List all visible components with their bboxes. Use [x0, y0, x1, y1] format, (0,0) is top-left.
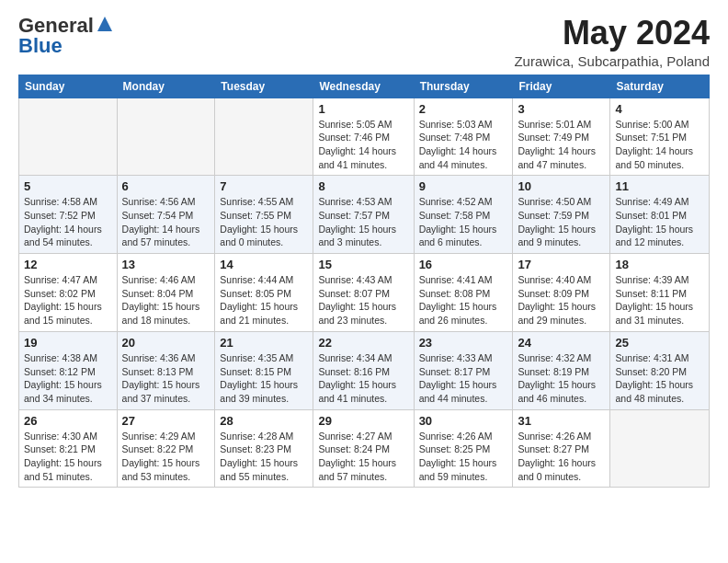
- header-sunday: Sunday: [19, 75, 118, 98]
- cell-info-text: Sunrise: 5:05 AM Sunset: 7:46 PM Dayligh…: [318, 118, 408, 172]
- cell-info-text: Sunrise: 4:26 AM Sunset: 8:25 PM Dayligh…: [419, 430, 508, 484]
- cell-day-number: 8: [318, 179, 408, 193]
- header-monday: Monday: [117, 75, 215, 98]
- cell-info-text: Sunrise: 5:01 AM Sunset: 7:49 PM Dayligh…: [518, 118, 605, 172]
- cell-day-number: 18: [615, 258, 704, 271]
- calendar-table: Sunday Monday Tuesday Wednesday Thursday…: [18, 75, 710, 488]
- header-wednesday: Wednesday: [313, 75, 414, 98]
- cell-info-text: Sunrise: 4:52 AM Sunset: 7:58 PM Dayligh…: [419, 195, 508, 249]
- cell-day-number: 2: [419, 102, 508, 116]
- calendar-cell: 9Sunrise: 4:52 AM Sunset: 7:58 PM Daylig…: [414, 176, 513, 254]
- calendar-cell: [117, 98, 215, 176]
- calendar-cell: [215, 98, 313, 176]
- calendar-cell: 18Sunrise: 4:39 AM Sunset: 8:11 PM Dayli…: [610, 254, 710, 332]
- calendar-cell: 26Sunrise: 4:30 AM Sunset: 8:21 PM Dayli…: [19, 409, 118, 488]
- cell-info-text: Sunrise: 4:30 AM Sunset: 8:21 PM Dayligh…: [24, 430, 112, 484]
- cell-info-text: Sunrise: 4:28 AM Sunset: 8:23 PM Dayligh…: [220, 430, 308, 484]
- cell-day-number: 13: [122, 258, 210, 271]
- cell-day-number: 29: [318, 414, 408, 428]
- cell-info-text: Sunrise: 4:31 AM Sunset: 8:20 PM Dayligh…: [615, 351, 704, 406]
- calendar-cell: 14Sunrise: 4:44 AM Sunset: 8:05 PM Dayli…: [215, 254, 313, 332]
- cell-info-text: Sunrise: 4:36 AM Sunset: 8:13 PM Dayligh…: [122, 351, 210, 406]
- title-month: May 2024: [514, 15, 710, 52]
- cell-info-text: Sunrise: 4:41 AM Sunset: 8:08 PM Dayligh…: [419, 273, 508, 327]
- calendar-header-row: Sunday Monday Tuesday Wednesday Thursday…: [19, 75, 710, 98]
- calendar-cell: 8Sunrise: 4:53 AM Sunset: 7:57 PM Daylig…: [313, 176, 414, 254]
- svg-marker-0: [97, 17, 112, 31]
- calendar-cell: 10Sunrise: 4:50 AM Sunset: 7:59 PM Dayli…: [513, 176, 610, 254]
- cell-info-text: Sunrise: 4:58 AM Sunset: 7:52 PM Dayligh…: [24, 195, 112, 249]
- logo: General Blue: [18, 15, 114, 57]
- calendar-cell: 21Sunrise: 4:35 AM Sunset: 8:15 PM Dayli…: [215, 331, 313, 409]
- cell-day-number: 26: [24, 414, 112, 428]
- cell-day-number: 15: [318, 258, 408, 271]
- cell-day-number: 24: [518, 336, 605, 350]
- cell-info-text: Sunrise: 4:47 AM Sunset: 8:02 PM Dayligh…: [24, 273, 112, 327]
- calendar-cell: [610, 409, 710, 488]
- cell-day-number: 30: [419, 414, 508, 428]
- cell-day-number: 9: [419, 179, 508, 193]
- cell-day-number: 14: [220, 258, 308, 271]
- cell-day-number: 22: [318, 336, 408, 350]
- calendar-cell: 11Sunrise: 4:49 AM Sunset: 8:01 PM Dayli…: [610, 176, 710, 254]
- calendar-cell: 7Sunrise: 4:55 AM Sunset: 7:55 PM Daylig…: [215, 176, 313, 254]
- calendar-week-3: 12Sunrise: 4:47 AM Sunset: 8:02 PM Dayli…: [19, 254, 710, 332]
- cell-info-text: Sunrise: 4:29 AM Sunset: 8:22 PM Dayligh…: [122, 430, 210, 484]
- calendar-cell: 1Sunrise: 5:05 AM Sunset: 7:46 PM Daylig…: [313, 98, 414, 176]
- cell-info-text: Sunrise: 4:43 AM Sunset: 8:07 PM Dayligh…: [318, 273, 408, 327]
- cell-day-number: 31: [518, 414, 605, 428]
- calendar-cell: 25Sunrise: 4:31 AM Sunset: 8:20 PM Dayli…: [610, 331, 710, 409]
- title-location: Zurawica, Subcarpathia, Poland: [514, 53, 710, 69]
- cell-day-number: 10: [518, 179, 605, 193]
- calendar-cell: 31Sunrise: 4:26 AM Sunset: 8:27 PM Dayli…: [513, 409, 610, 488]
- cell-info-text: Sunrise: 4:34 AM Sunset: 8:16 PM Dayligh…: [318, 351, 408, 406]
- calendar-cell: 4Sunrise: 5:00 AM Sunset: 7:51 PM Daylig…: [610, 98, 710, 176]
- cell-day-number: 12: [24, 258, 112, 271]
- calendar-cell: 5Sunrise: 4:58 AM Sunset: 7:52 PM Daylig…: [19, 176, 118, 254]
- cell-day-number: 16: [419, 258, 508, 271]
- cell-day-number: 23: [419, 336, 508, 350]
- cell-day-number: 20: [122, 336, 210, 350]
- header-tuesday: Tuesday: [215, 75, 313, 98]
- calendar-cell: 24Sunrise: 4:32 AM Sunset: 8:19 PM Dayli…: [513, 331, 610, 409]
- calendar-cell: [19, 98, 118, 176]
- cell-info-text: Sunrise: 4:35 AM Sunset: 8:15 PM Dayligh…: [220, 351, 308, 406]
- cell-info-text: Sunrise: 4:44 AM Sunset: 8:05 PM Dayligh…: [220, 273, 308, 327]
- calendar-cell: 30Sunrise: 4:26 AM Sunset: 8:25 PM Dayli…: [414, 409, 513, 488]
- calendar-cell: 6Sunrise: 4:56 AM Sunset: 7:54 PM Daylig…: [117, 176, 215, 254]
- cell-day-number: 5: [24, 179, 112, 193]
- cell-day-number: 11: [615, 179, 704, 193]
- cell-day-number: 25: [615, 336, 704, 350]
- calendar-cell: 22Sunrise: 4:34 AM Sunset: 8:16 PM Dayli…: [313, 331, 414, 409]
- calendar-cell: 27Sunrise: 4:29 AM Sunset: 8:22 PM Dayli…: [117, 409, 215, 488]
- calendar-cell: 23Sunrise: 4:33 AM Sunset: 8:17 PM Dayli…: [414, 331, 513, 409]
- calendar-cell: 3Sunrise: 5:01 AM Sunset: 7:49 PM Daylig…: [513, 98, 610, 176]
- cell-day-number: 4: [615, 102, 704, 116]
- page: General Blue May 2024 Zurawica, Subcarpa…: [0, 0, 728, 502]
- cell-info-text: Sunrise: 5:00 AM Sunset: 7:51 PM Dayligh…: [615, 118, 704, 172]
- cell-info-text: Sunrise: 4:39 AM Sunset: 8:11 PM Dayligh…: [615, 273, 704, 327]
- logo-icon: [96, 15, 114, 33]
- calendar-cell: 12Sunrise: 4:47 AM Sunset: 8:02 PM Dayli…: [19, 254, 118, 332]
- calendar-cell: 17Sunrise: 4:40 AM Sunset: 8:09 PM Dayli…: [513, 254, 610, 332]
- header-thursday: Thursday: [414, 75, 513, 98]
- calendar-cell: 28Sunrise: 4:28 AM Sunset: 8:23 PM Dayli…: [215, 409, 313, 488]
- cell-day-number: 19: [24, 336, 112, 350]
- calendar-cell: 16Sunrise: 4:41 AM Sunset: 8:08 PM Dayli…: [414, 254, 513, 332]
- calendar-week-5: 26Sunrise: 4:30 AM Sunset: 8:21 PM Dayli…: [19, 409, 710, 488]
- cell-day-number: 27: [122, 414, 210, 428]
- cell-day-number: 28: [220, 414, 308, 428]
- cell-info-text: Sunrise: 5:03 AM Sunset: 7:48 PM Dayligh…: [419, 118, 508, 172]
- header-friday: Friday: [513, 75, 610, 98]
- cell-info-text: Sunrise: 4:56 AM Sunset: 7:54 PM Dayligh…: [122, 195, 210, 249]
- cell-day-number: 1: [318, 102, 408, 116]
- cell-info-text: Sunrise: 4:26 AM Sunset: 8:27 PM Dayligh…: [518, 430, 605, 484]
- calendar-cell: 15Sunrise: 4:43 AM Sunset: 8:07 PM Dayli…: [313, 254, 414, 332]
- header: General Blue May 2024 Zurawica, Subcarpa…: [18, 15, 710, 69]
- calendar-cell: 29Sunrise: 4:27 AM Sunset: 8:24 PM Dayli…: [313, 409, 414, 488]
- logo-blue: Blue: [18, 35, 63, 57]
- cell-info-text: Sunrise: 4:49 AM Sunset: 8:01 PM Dayligh…: [615, 195, 704, 249]
- calendar-cell: 2Sunrise: 5:03 AM Sunset: 7:48 PM Daylig…: [414, 98, 513, 176]
- cell-info-text: Sunrise: 4:46 AM Sunset: 8:04 PM Dayligh…: [122, 273, 210, 327]
- cell-day-number: 17: [518, 258, 605, 271]
